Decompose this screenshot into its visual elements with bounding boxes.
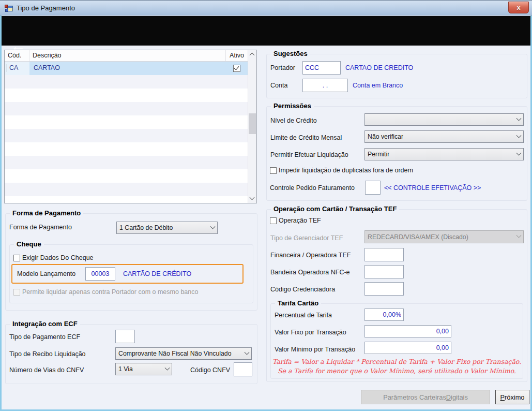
limite-credito-label: Limite de Crédito Mensal xyxy=(270,134,342,141)
financeira-tef-label: Financeira / Operadora TEF xyxy=(270,252,351,259)
tipo-recibo-value: Comprovante Não Fiscal Não Vinculado xyxy=(118,350,232,357)
proximo-button[interactable]: Próximo xyxy=(495,390,529,404)
controle-pedido-input[interactable] xyxy=(365,181,381,195)
chevron-down-icon xyxy=(210,224,216,229)
group-title: Operação com Cartão / Transação TEF xyxy=(271,205,399,213)
valor-fixo-input[interactable] xyxy=(364,325,451,337)
button-label-part: D xyxy=(446,393,451,401)
exigir-dados-cheque-label: Exigir Dados Do Cheque xyxy=(22,254,94,261)
forma-pagamento-value: 1 Cartão de Débito xyxy=(119,224,173,231)
tipo-recibo-select[interactable]: Comprovante Não Fiscal Não Vinculado xyxy=(115,347,252,360)
modelo-lancamento-input[interactable] xyxy=(85,267,115,281)
table-row[interactable] xyxy=(5,156,248,169)
chevron-down-icon xyxy=(516,150,522,155)
cell-ativo xyxy=(226,62,248,75)
cell-cod[interactable]: CA xyxy=(5,62,29,75)
chevron-down-icon xyxy=(516,115,522,121)
window-title: Tipo de Pagamento xyxy=(17,4,75,12)
group-title: Cheque xyxy=(14,240,44,248)
forma-pagamento-label: Forma de Pagamento xyxy=(9,224,72,231)
table-row[interactable] xyxy=(5,183,248,196)
payment-types-grid: Cód. Descrição Ativo CA CARTAO xyxy=(4,50,257,203)
chevron-down-icon xyxy=(165,365,170,370)
nivel-credito-select[interactable] xyxy=(364,113,524,126)
operacao-tef-checkbox[interactable] xyxy=(270,217,277,224)
grid-scrollbar[interactable] xyxy=(248,50,256,203)
tipo-de-pagamento-window: Tipo de Pagamento x ← Cód. Descrição Ati… xyxy=(0,0,532,411)
codigo-cnfv-input[interactable] xyxy=(234,362,252,376)
tarifa-note-line1: Tarifa = Valor a Liquidar * Percentual d… xyxy=(270,358,523,365)
scroll-up-icon[interactable] xyxy=(248,50,256,59)
portador-label: Portador xyxy=(270,64,295,71)
button-label-part: igitais xyxy=(451,393,468,401)
controle-pedido-label: Controle Pedido Faturamento xyxy=(270,184,355,192)
chevron-down-icon xyxy=(516,133,522,138)
limite-credito-value: Não verificar xyxy=(368,133,403,140)
table-row[interactable] xyxy=(5,89,248,102)
table-row[interactable] xyxy=(5,169,248,183)
operacao-tef-label: Operação TEF xyxy=(279,217,321,224)
percentual-tarifa-label: Percentual de Tarifa xyxy=(275,312,332,319)
grid-header: Cód. Descrição Ativo xyxy=(5,50,248,62)
table-row[interactable]: CA CARTAO xyxy=(5,62,248,75)
controle-efetivacao-link[interactable]: << CONTROLE EFETIVAÇÃO >> xyxy=(384,184,481,192)
column-header-cod[interactable]: Cód. xyxy=(5,50,29,61)
modelo-lancamento-desc: CARTÃO DE CRÉDITO xyxy=(123,270,191,277)
bandeira-nfce-input[interactable] xyxy=(364,265,404,278)
table-row[interactable] xyxy=(5,102,248,115)
table-row[interactable] xyxy=(5,196,248,203)
scroll-down-icon[interactable] xyxy=(248,194,256,203)
button-label-part: róximo xyxy=(505,393,524,401)
exigir-dados-cheque-checkbox[interactable] xyxy=(13,255,20,261)
gerenciador-tef-value: REDECARD/VISA/AMEX (Discado) xyxy=(368,233,468,241)
codigo-credenciadora-input[interactable] xyxy=(364,282,404,296)
conta-input[interactable] xyxy=(302,79,348,92)
ativo-checkbox[interactable] xyxy=(233,65,240,72)
bandeira-nfce-label: Bandeira Operadora NFC-e xyxy=(270,269,350,276)
table-row[interactable] xyxy=(5,129,248,142)
tipo-pagamento-ecf-input[interactable] xyxy=(115,330,135,343)
table-row[interactable] xyxy=(5,115,248,129)
permitir-liquidacao-select[interactable]: Permitir xyxy=(364,148,524,160)
parametros-carteiras-digitais-button: Parâmetros Carteiras Digitais xyxy=(361,390,490,404)
nivel-credito-label: Nível de Crédito xyxy=(270,117,317,124)
group-title: Forma de Pagamento xyxy=(10,209,83,217)
nav-bar: ← xyxy=(0,16,532,46)
group-title: Sugestões xyxy=(271,50,310,57)
valor-minimo-input[interactable] xyxy=(364,342,451,354)
group-title: Integração com ECF xyxy=(10,320,80,328)
table-row[interactable] xyxy=(5,142,248,156)
conta-label: Conta xyxy=(270,82,287,89)
conta-desc: Conta em Branco xyxy=(353,82,403,89)
percentual-tarifa-input[interactable] xyxy=(364,309,404,321)
modelo-lancamento-label: Modelo Lançamento xyxy=(17,270,75,277)
scroll-thumb[interactable] xyxy=(249,113,256,134)
button-label-part: P xyxy=(500,393,505,401)
group-title: Permissões xyxy=(271,102,314,110)
table-row[interactable] xyxy=(5,75,248,89)
gerenciador-tef-label: Tipo de Gerenciador TEF xyxy=(270,234,343,242)
impedir-liquidacao-checkbox[interactable] xyxy=(270,167,277,174)
chevron-down-icon xyxy=(516,233,522,238)
codigo-credenciadora-label: Código Credenciadora xyxy=(270,286,335,293)
column-header-descricao[interactable]: Descrição xyxy=(29,50,226,61)
title-bar: Tipo de Pagamento x xyxy=(0,0,532,16)
close-icon[interactable]: x xyxy=(508,2,529,13)
portador-input[interactable] xyxy=(302,61,341,75)
valor-minimo-label: Valor Mínimo por Transação xyxy=(275,346,355,353)
codigo-cnfv-label: Código CNFV xyxy=(190,366,230,374)
limite-credito-select[interactable]: Não verificar xyxy=(364,130,524,143)
button-label-part: Parâmetros Carteiras xyxy=(383,393,446,401)
forma-pagamento-select[interactable]: 1 Cartão de Débito xyxy=(116,222,218,234)
column-header-ativo[interactable]: Ativo xyxy=(226,50,248,61)
app-icon xyxy=(5,4,13,12)
permitir-liquidacao-value: Permitir xyxy=(368,151,389,158)
permitir-liquidacao-label: Permitir Efetuar Liquidação xyxy=(270,151,348,158)
tipo-pagamento-ecf-label: Tipo de Pagamento ECF xyxy=(9,333,80,341)
numero-vias-select[interactable]: 1 Via xyxy=(115,363,172,375)
tarifa-note-line2: Se a Tarifa for menor que o Valor Mínimo… xyxy=(270,367,523,375)
cell-descricao[interactable]: CARTAO xyxy=(29,62,226,75)
permite-liquidar-checkbox xyxy=(13,289,20,296)
financeira-tef-input[interactable] xyxy=(364,248,404,261)
impedir-liquidacao-label: Impedir liquidação de duplicatas fora de… xyxy=(279,167,413,174)
